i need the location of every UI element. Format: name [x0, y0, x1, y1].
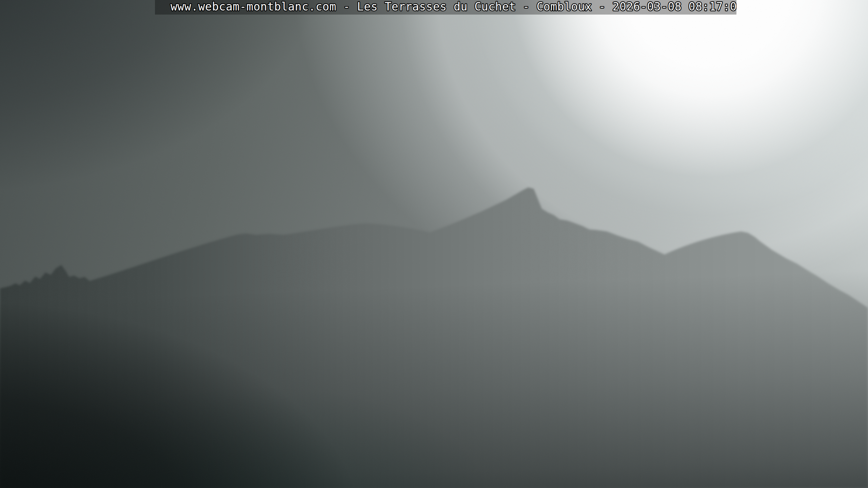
webcam-photo: www.webcam-montblanc.com - Les Terrasses… — [0, 0, 868, 488]
image-noise — [0, 0, 868, 488]
caption-text: www.webcam-montblanc.com - Les Terrasses… — [171, 0, 736, 13]
caption-bar: www.webcam-montblanc.com - Les Terrasses… — [155, 0, 736, 15]
